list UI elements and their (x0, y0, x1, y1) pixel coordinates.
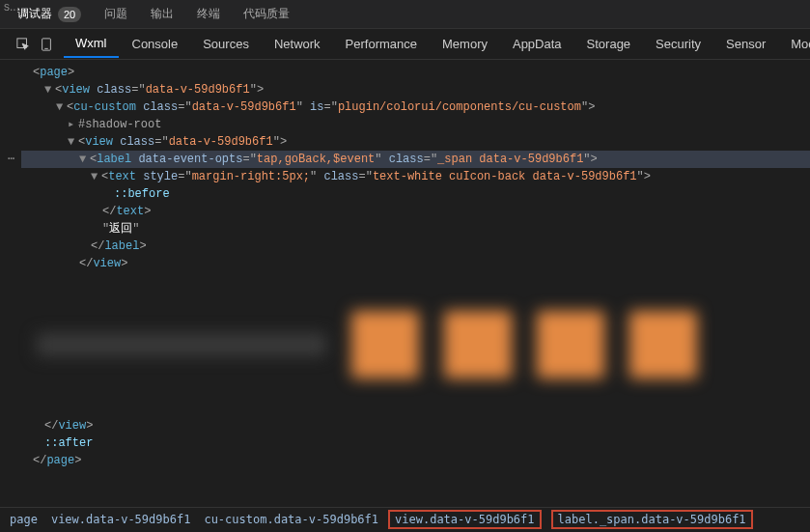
subtab-storage[interactable]: Storage (575, 31, 643, 57)
subtab-security[interactable]: Security (644, 31, 712, 57)
crumb-page[interactable]: page (10, 513, 38, 526)
tree-row: </page> (8, 452, 810, 469)
badge-count: 20 (58, 7, 81, 22)
subtab-appdata[interactable]: AppData (501, 31, 573, 57)
crumb-cucustom[interactable]: cu-custom.data-v-59d9b6f1 (204, 513, 378, 526)
tree-row: ▼<cu-custom class="data-v-59d9b6f1" is="… (8, 98, 810, 116)
tab-output[interactable]: 输出 (139, 0, 185, 28)
subtab-network[interactable]: Network (263, 31, 332, 57)
tree-row: <page> (8, 64, 810, 81)
crumb-label[interactable]: label._span.data-v-59d9b6f1 (551, 510, 753, 529)
crumb-view1[interactable]: view.data-v-59d9b6f1 (51, 513, 191, 526)
tree-row: ▼<view class="data-v-59d9b6f1"> (8, 81, 810, 98)
subtab-sources[interactable]: Sources (191, 31, 261, 57)
tab-terminal[interactable]: 终端 (185, 0, 232, 28)
tree-row: ▼<view class="data-v-59d9b6f1"> (8, 133, 810, 151)
subtab-memory[interactable]: Memory (431, 31, 499, 57)
subtab-performance[interactable]: Performance (334, 31, 429, 57)
dom-tree[interactable]: <page> ▼<view class="data-v-59d9b6f1"> ▼… (0, 60, 810, 507)
device-icon[interactable] (39, 37, 54, 52)
tree-row: </view> (8, 417, 810, 434)
subtab-console[interactable]: Console (121, 31, 190, 57)
subtab-wxml[interactable]: Wxml (64, 30, 119, 58)
tree-row: ▸#shadow-root (8, 116, 810, 133)
tree-row: ::before (8, 185, 810, 203)
crumb-view2[interactable]: view.data-v-59d9b6f1 (388, 510, 542, 529)
tree-row: </label> (8, 238, 810, 255)
sub-tabs: Wxml Console Sources Network Performance… (0, 29, 810, 60)
tree-row-selected: ⋯▼<label data-event-opts="tap,goBack,$ev… (8, 151, 810, 168)
side-hint: s... (4, 0, 19, 14)
inspect-icon[interactable] (15, 37, 31, 52)
breadcrumb: page view.data-v-59d9b6f1 cu-custom.data… (0, 507, 810, 531)
tree-row: ▼<text style="margin-right:5px;" class="… (8, 168, 810, 185)
tree-row: "返回" (8, 220, 810, 238)
blur-region (8, 272, 810, 417)
tab-debugger-label: 调试器 (17, 6, 52, 22)
tab-quality[interactable]: 代码质量 (232, 0, 301, 28)
tree-row: </text> (8, 203, 810, 220)
tab-problems[interactable]: 问题 (93, 0, 139, 28)
tree-row: ::after (8, 434, 810, 452)
subtab-mock[interactable]: Mock (779, 31, 810, 57)
subtab-sensor[interactable]: Sensor (714, 31, 777, 57)
tree-row: </view> (8, 255, 810, 272)
top-tabs: s... 调试器 20 问题 输出 终端 代码质量 (0, 0, 810, 29)
